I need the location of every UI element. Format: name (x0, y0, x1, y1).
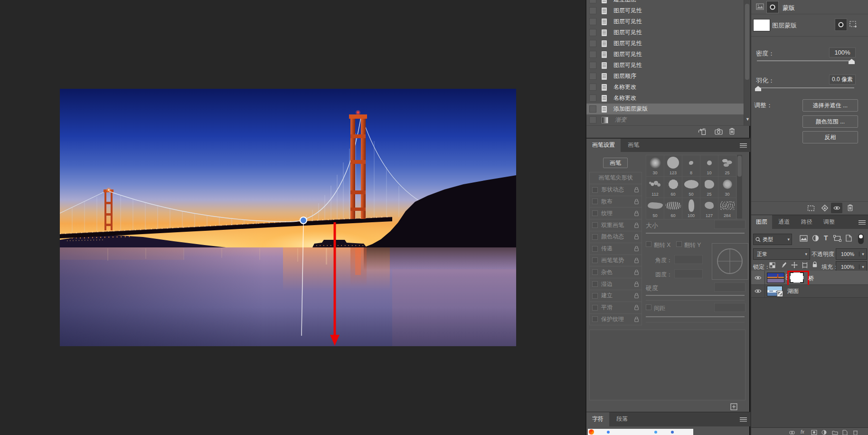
brush-option-row[interactable]: 颜色动态 (590, 231, 642, 243)
layer-style-fx-icon[interactable]: fx (801, 429, 804, 435)
spacing-value-box[interactable] (714, 303, 745, 312)
brush-option-row[interactable]: 保护纹理 (590, 314, 642, 325)
tab-layers[interactable]: 图层 (751, 215, 772, 229)
panel-menu-icon[interactable] (740, 143, 747, 148)
spacing-slider[interactable] (646, 316, 745, 317)
tab-paragraph[interactable]: 段落 (611, 412, 633, 426)
brush-option-row[interactable]: 传递 (590, 243, 642, 255)
filter-image-layers-icon[interactable] (800, 235, 808, 243)
lock-icon[interactable] (634, 222, 639, 228)
layer-filter-type-select[interactable]: 类型 ▾ (753, 234, 792, 245)
lock-icon[interactable] (634, 304, 639, 311)
roundness-input[interactable] (674, 269, 703, 278)
mask-from-selection-icon[interactable] (807, 205, 815, 213)
lock-icon[interactable] (634, 234, 639, 240)
add-mask-icon[interactable] (811, 430, 817, 435)
option-checkbox[interactable] (592, 293, 598, 299)
layer-visibility-toggle[interactable] (751, 271, 765, 284)
lock-artboard-icon[interactable] (802, 262, 808, 270)
history-step[interactable]: 图层可见性 (586, 16, 744, 27)
brush-tip-shape-row[interactable]: 画笔笔尖形状 (590, 172, 642, 184)
lock-icon[interactable] (634, 187, 639, 193)
tab-brushes[interactable]: 画笔 (622, 139, 645, 152)
history-step-selected[interactable]: 添加图层蒙版 (586, 104, 744, 114)
filter-type-layers-icon[interactable]: T (824, 234, 828, 242)
size-value-box[interactable] (714, 220, 745, 229)
link-layers-icon[interactable] (789, 430, 795, 435)
tab-adjustments[interactable]: 调整 (819, 215, 840, 229)
option-checkbox[interactable] (592, 246, 598, 252)
brush-option-row[interactable]: 建立 (590, 290, 642, 302)
layer-row-bridge[interactable]: 桥 (751, 271, 868, 285)
lock-transparency-icon[interactable] (769, 262, 775, 270)
density-value[interactable]: 100% (829, 47, 856, 57)
brush-option-row[interactable]: 纹理 (590, 208, 642, 219)
hardness-slider[interactable] (646, 295, 745, 296)
brush-preset[interactable]: 30 (718, 177, 736, 198)
brush-preset[interactable]: 25 (718, 155, 736, 177)
brush-preset[interactable]: 60 (664, 198, 682, 219)
density-slider[interactable] (757, 60, 854, 61)
filter-toggle-pill[interactable] (858, 234, 864, 244)
lock-pixels-brush-icon[interactable] (781, 262, 787, 270)
filter-adjustment-layers-icon[interactable] (812, 235, 819, 243)
flip-y-checkbox[interactable] (676, 241, 682, 247)
panel-menu-icon[interactable] (740, 417, 747, 422)
brush-option-row[interactable]: 形状动态 (590, 184, 642, 196)
angle-input[interactable] (674, 255, 703, 264)
history-step-undone[interactable]: 渐变 (586, 114, 744, 125)
brush-option-row[interactable]: 散布 (590, 196, 642, 208)
mask-visibility-eye-button[interactable] (831, 203, 842, 213)
layer-thumbnail[interactable] (767, 286, 783, 296)
brush-option-row[interactable]: 杂色 (590, 266, 642, 278)
document-photo[interactable] (60, 89, 516, 346)
hardness-value-box[interactable] (714, 283, 745, 292)
history-step[interactable]: 图层可见性 (586, 5, 744, 16)
history-step[interactable]: 图层可见性 (586, 27, 744, 38)
option-checkbox[interactable] (592, 187, 598, 193)
mask-link-chain-icon[interactable] (785, 274, 789, 282)
history-step[interactable]: 图层可见性 (586, 38, 744, 49)
taskbar-icon[interactable] (607, 431, 610, 434)
history-scrollbar-thumb[interactable] (745, 4, 749, 80)
option-checkbox[interactable] (592, 210, 598, 216)
brush-preset[interactable]: 112 (646, 177, 664, 198)
brush-option-row[interactable]: 双重画笔 (590, 219, 642, 231)
brush-preset[interactable]: 60 (664, 177, 682, 198)
history-source-checkbox[interactable] (589, 18, 596, 25)
history-source-checkbox[interactable] (589, 29, 596, 36)
new-document-from-state-button[interactable] (698, 128, 706, 137)
select-mask-button[interactable] (835, 19, 847, 31)
preset-grid-scrollbar[interactable] (737, 155, 742, 218)
tab-brush-settings[interactable]: 画笔设置 (586, 139, 621, 152)
history-step[interactable]: 建立图层 (586, 0, 744, 5)
filter-smart-object-icon[interactable] (846, 235, 852, 243)
layer-thumbnail[interactable] (767, 273, 784, 283)
preset-grid-scrollbar-thumb[interactable] (737, 156, 742, 177)
lock-icon[interactable] (634, 293, 639, 299)
lock-icon[interactable] (634, 281, 639, 287)
history-step[interactable]: 图层顺序 (586, 71, 744, 82)
panel-menu-icon[interactable] (859, 220, 866, 225)
brush-preset[interactable]: 50 (646, 198, 664, 219)
brush-option-row[interactable]: 画笔笔势 (590, 255, 642, 267)
brush-preset[interactable]: 30 (646, 155, 664, 177)
lock-icon[interactable] (634, 246, 639, 252)
tab-character[interactable]: 字符 (586, 412, 609, 426)
tab-channels[interactable]: 通道 (774, 215, 794, 229)
brush-preset[interactable]: 127 (700, 198, 718, 219)
delete-layer-trash-icon[interactable] (853, 430, 858, 435)
new-adjustment-layer-icon[interactable] (821, 430, 827, 435)
history-step[interactable]: 图层可见性 (586, 60, 744, 71)
brush-option-row[interactable]: 湿边 (590, 278, 642, 290)
history-scrollbar[interactable]: ▼ (744, 0, 750, 125)
apply-mask-icon[interactable] (821, 204, 829, 213)
taskbar-icon[interactable] (671, 431, 674, 434)
option-checkbox[interactable] (592, 281, 598, 287)
size-slider[interactable] (646, 233, 745, 234)
select-and-mask-button[interactable]: 选择并遮住 ... (802, 99, 858, 112)
brush-option-row[interactable]: 平滑 (590, 302, 642, 314)
color-range-button[interactable]: 颜色范围 ... (802, 115, 858, 128)
add-vector-mask-icon[interactable] (849, 21, 858, 29)
layer-row-lake[interactable]: 湖面 (751, 285, 868, 298)
